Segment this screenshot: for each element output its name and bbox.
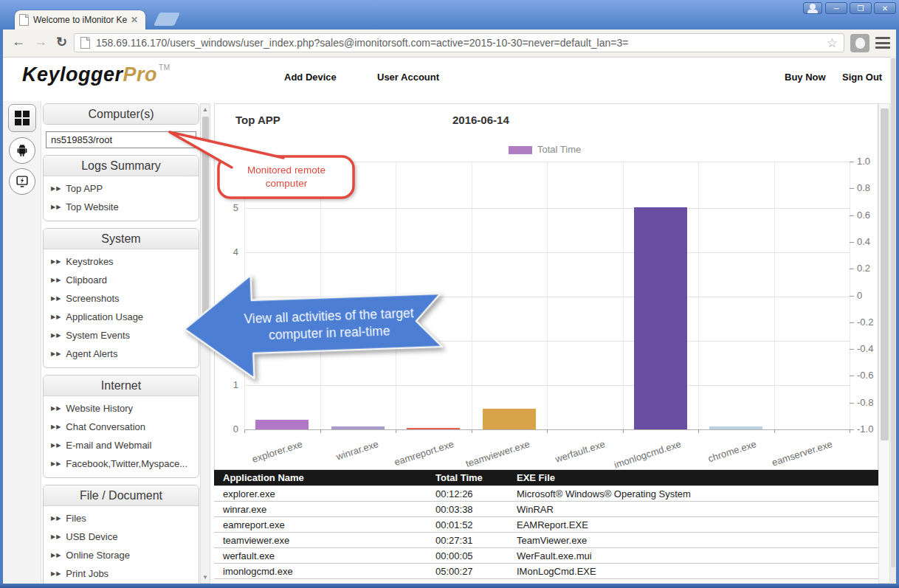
chevron-right-icon: ▶▶: [51, 423, 61, 430]
menu-icon[interactable]: [875, 37, 890, 49]
scroll-down-icon[interactable]: ▼: [201, 574, 210, 581]
scroll-up-icon[interactable]: ▲: [201, 106, 210, 113]
y-axis-tick-right: [850, 269, 854, 269]
content-scrollbar[interactable]: [878, 103, 890, 584]
sidebar-item-usb-device[interactable]: ▶▶USB Device: [44, 528, 199, 546]
section-header-internet: Internet: [44, 376, 199, 396]
sidebar-item-e-mail-and-webmail[interactable]: ▶▶E-mail and Webmail: [44, 436, 199, 454]
y-axis-label-left: 4: [219, 246, 238, 257]
sidebar-item-files[interactable]: ▶▶Files: [44, 509, 199, 528]
sidebar-item-label: USB Device: [66, 531, 117, 542]
table-row[interactable]: winrar.exe00:03:38WinRAR: [214, 501, 878, 516]
maximize-button[interactable]: ❐: [850, 2, 872, 14]
sidebar-item-label: Keystrokes: [66, 256, 113, 267]
cell-total-time: 05:00:27: [435, 566, 517, 577]
sidebar-item-label: Top APP: [66, 183, 103, 194]
x-axis-tick: [623, 430, 624, 433]
nav-add-device[interactable]: Add Device: [284, 72, 337, 83]
legend-label[interactable]: Total Time: [537, 144, 581, 155]
tab-close-icon[interactable]: ✕: [131, 15, 138, 25]
sidebar-item-label: E-mail and Webmail: [66, 440, 151, 451]
table-row[interactable]: imonlogcmd.exe05:00:27IMonLogCmd.EXE: [214, 563, 878, 578]
window-frame-left: [0, 30, 3, 588]
chevron-right-icon: ▶▶: [51, 570, 61, 577]
profile-button[interactable]: [803, 2, 822, 14]
sidebar-item-clipboard[interactable]: ▶▶Clipboard: [44, 271, 199, 289]
forward-button[interactable]: →: [34, 34, 47, 49]
column-header-exe-file[interactable]: EXE File: [517, 472, 878, 483]
table-row[interactable]: eamreport.exe00:01:52EAMReport.EXE: [214, 516, 878, 532]
chevron-right-icon: ▶▶: [51, 277, 61, 283]
y-axis-label-right: 0.6: [857, 210, 870, 221]
bar-winrar-exe[interactable]: [331, 426, 385, 429]
url-bar[interactable]: 158.69.116.170/users_windows/user_index.…: [74, 33, 844, 52]
sidebar-item-chat-conversation[interactable]: ▶▶Chat Conversation: [44, 418, 199, 436]
arrow-annotation: View all activities of the target comput…: [179, 263, 449, 386]
bar-teamviewer-exe[interactable]: [483, 409, 536, 429]
reload-button[interactable]: ↻: [56, 34, 67, 50]
nav-user-account[interactable]: User Account: [377, 72, 439, 83]
android-icon[interactable]: [9, 137, 35, 164]
table-row[interactable]: teamviewer.exe00:27:31TeamViewer.exe: [214, 532, 878, 547]
column-header-application-name[interactable]: Application Name: [223, 472, 435, 483]
table-row[interactable]: werfault.exe00:00:05WerFault.exe.mui: [214, 547, 878, 563]
windows-icon[interactable]: [8, 104, 36, 132]
cell-total-time: 00:27:31: [435, 535, 517, 546]
table-row[interactable]: explorer.exe00:12:26Microsoft® Windows® …: [214, 485, 878, 501]
sidebar-item-screenshots[interactable]: ▶▶Screenshots: [44, 289, 199, 308]
column-header-total-time[interactable]: Total Time: [435, 472, 517, 483]
sidebar-item-online-storage[interactable]: ▶▶Online Storage: [44, 546, 199, 564]
nav-buy-now[interactable]: Buy Now: [785, 72, 826, 83]
sidebar-item-application-usage[interactable]: ▶▶Application Usage: [44, 308, 199, 326]
cell-exe-file: Microsoft® Windows® Operating System: [517, 488, 878, 499]
browser-window: Welcome to iMonitor Ke ✕ ─ ❐ ✕ ← → ↻ 158…: [0, 0, 899, 588]
android-robot-glyph: [14, 142, 30, 159]
sidebar-item-system-events[interactable]: ▶▶System Events: [44, 326, 199, 345]
nav-sign-out[interactable]: Sign Out: [842, 72, 882, 83]
cell-app-name: imonlogcmd.exe: [223, 566, 435, 577]
chevron-right-icon: ▶▶: [51, 332, 61, 339]
bar-chrome-exe[interactable]: [709, 426, 762, 429]
chevron-right-icon: ▶▶: [51, 405, 61, 412]
cell-exe-file: WinRAR: [517, 504, 878, 515]
sidebar-item-keystrokes[interactable]: ▶▶Keystrokes: [44, 252, 199, 271]
chevron-right-icon: ▶▶: [51, 515, 61, 522]
computers-panel: Computer(s): [43, 103, 199, 125]
bar-eamreport-exe[interactable]: [407, 428, 460, 429]
cell-total-time: 00:03:38: [435, 504, 517, 515]
profile-icon: [810, 4, 816, 10]
close-button[interactable]: ✕: [874, 2, 896, 14]
chevron-right-icon: ▶▶: [51, 533, 61, 540]
content-scrollbar-thumb[interactable]: [881, 108, 889, 440]
y-axis-tick-right: [850, 403, 854, 404]
minimize-button[interactable]: ─: [825, 2, 847, 14]
section-header-system: System: [44, 229, 199, 249]
sidebar-item-website-history[interactable]: ▶▶Website History: [44, 399, 199, 418]
cell-total-time: 00:01:52: [435, 519, 517, 530]
extension-icon[interactable]: [850, 34, 869, 52]
back-button[interactable]: ←: [12, 34, 25, 49]
mac-icon[interactable]: [9, 168, 35, 195]
y-axis-tick-right: [850, 296, 854, 297]
chevron-right-icon: ▶▶: [51, 552, 61, 558]
cell-exe-file: IMonLogCmd.EXE: [517, 566, 878, 577]
bar-explorer-exe[interactable]: [255, 420, 309, 429]
sidebar-item-agent-alerts[interactable]: ▶▶Agent Alerts: [44, 345, 199, 363]
bookmark-star-icon[interactable]: ☆: [827, 35, 838, 51]
x-axis-tick: [396, 430, 396, 433]
bar-imonlogcmd-exe[interactable]: [634, 207, 687, 429]
y-axis-label-right: -0.8: [857, 397, 873, 408]
browser-tab[interactable]: Welcome to iMonitor Ke ✕: [15, 10, 145, 30]
url-text[interactable]: 158.69.116.170/users_windows/user_index.…: [96, 37, 827, 49]
sidebar-sections: Logs Summary▶▶Top APP▶▶Top WebsiteSystem…: [43, 155, 199, 588]
sidebar-item-facebook-twitter-myspace[interactable]: ▶▶Facebook,Twitter,Myspace...: [44, 454, 199, 473]
x-axis-tick: [320, 430, 321, 433]
window-scrollbar-thumb[interactable]: [891, 58, 895, 567]
window-scrollbar[interactable]: [890, 57, 896, 584]
y-axis-tick-right: [850, 349, 854, 350]
y-axis-tick-right: [850, 376, 854, 376]
x-axis-tick: [698, 430, 699, 433]
sidebar-item-label: Clipboard: [66, 274, 107, 286]
sidebar-item-print-jobs[interactable]: ▶▶Print Jobs: [44, 564, 199, 583]
y-axis-tick-right: [850, 162, 854, 162]
